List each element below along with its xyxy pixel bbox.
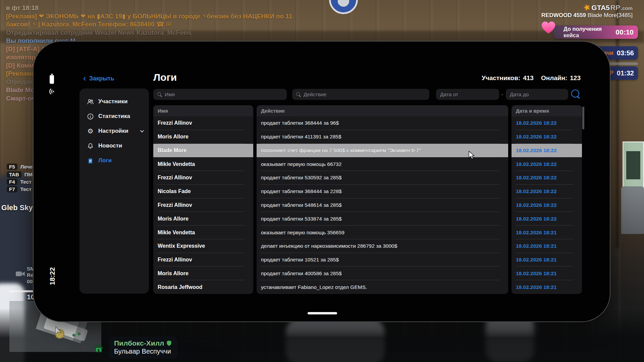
keybind-hint: TAB ПМП [7,171,36,178]
table-cell-date[interactable]: 18.02.2026 18:21 [512,266,582,280]
date-from-input[interactable] [440,92,495,98]
table-cell-date[interactable]: 18.02.2026 18:22 [512,144,582,158]
table-cell-action[interactable]: продает таблетки 368444 за 228$ [257,185,508,198]
members-value: 413 [523,74,534,82]
table-cell-date[interactable]: 18.02.2026 18:21 [512,280,582,294]
district-name: Пилбокс-Хилл [114,339,164,347]
table-cell-action[interactable]: устанавливает Fabiano_Lopez отдел GEMS. [257,280,508,294]
chevron-down-icon [140,129,144,132]
key-badge: TAB [7,171,21,178]
table-cell-name[interactable]: Mikle Vendetta [153,226,253,239]
server-name: REDWOOD 4559 [541,12,586,18]
sidebar-item-label: Новости [98,142,122,149]
table-column-date: Дата и время 18.02.2026 18:22 18.02.2026… [512,105,582,294]
sidebar-item-statistics[interactable]: Статистика [79,109,149,124]
keybind-hint: F5 Лечен [7,164,36,170]
logo-brand-rest: RP [610,4,620,12]
chat-line: [Реклама] ❤ ЭКОНОМЬ ❤ на ▮АЗС 19▮ у БОЛЬ… [6,12,274,21]
members-label: Участников: [482,74,520,82]
keybind-hint: F7 Тест н [7,186,36,192]
table-cell-name[interactable]: Mikle Vendetta [153,157,253,171]
chevron-left-icon [83,77,87,80]
health-bar [9,290,34,292]
table-cell-action[interactable]: продает таблетки 400586 за 285$ [257,266,508,280]
table-cell-action[interactable]: делает инъекцию от наркозависимости 2867… [257,239,508,253]
logo-brand-tld: .com [621,5,633,11]
table-cell-name[interactable]: Blade More [153,144,253,158]
close-button[interactable]: Закрыть [84,75,114,82]
table-cell-name[interactable]: Moris Allore [153,212,253,226]
table-cell-action[interactable]: продает таблетки 10521 за 285$ [257,253,508,267]
table-cell-name[interactable]: Nicolas Fade [153,185,253,198]
chat-line: в фт 18:18 [6,4,274,12]
table-cell-date[interactable]: 18.02.2026 18:21 [512,253,582,267]
chat-line: Отредактировал сотрудник Weazel News Kaz… [6,29,274,37]
online-label: Онлайн: [541,74,567,82]
poster-figure [626,151,640,179]
chat-line: баксов! ⚡ | Kazutora_McFeen Телефон: 863… [6,20,274,29]
sidebar-item-members[interactable]: Участники [79,94,149,109]
street-name: Бульвар Веспуччи [114,348,172,355]
table-cell-name[interactable]: Frezzi Allinov [153,198,253,212]
luck-timer-value: 03:56 [617,49,634,57]
date-to-input[interactable] [510,92,564,98]
minimap-green-dot [72,334,75,337]
house-icon [94,344,103,353]
column-header: Дата и время [512,105,582,116]
table-cell-name[interactable]: Moris Allore [153,266,253,280]
table-cell-action[interactable]: продает таблетки 530592 за 285$ [257,171,508,185]
table-cell-action[interactable]: продает таблетки 533874 за 285$ [257,212,508,226]
minimap-green-dot [78,333,80,335]
online-value: 123 [570,74,581,82]
table-cell-name[interactable]: Rosaria Jeffwood [153,280,253,294]
table-cell-action[interactable]: продает таблетки 548614 за 285$ [257,198,508,212]
table-cell-date[interactable]: 18.02.2026 18:22 [512,157,582,171]
page-title: Логи [153,72,177,83]
search-button[interactable] [571,89,582,100]
date-from-filter [436,89,499,100]
table-cell-date[interactable]: 18.02.2026 18:22 [512,171,582,185]
shield-icon [166,340,172,346]
table-cell-name[interactable]: Frezzi Allinov [153,171,253,185]
sidebar-item-label: Логи [98,157,112,164]
date-to-filter [506,89,568,100]
sidebar-item-label: Участники [98,98,127,105]
table-cell-action[interactable]: оказывает первую помощь 356659 [257,226,508,239]
player-name: Blade More[3485] [588,12,633,18]
sidebar-item-logs[interactable]: Логи [79,153,149,168]
location-label: Пилбокс-Хилл Бульвар Веспуччи [109,337,177,359]
camera-icon [15,270,25,278]
search-icon [296,92,301,97]
name-filter [153,89,287,100]
table-scrollbar[interactable] [582,107,584,129]
table-cell-name[interactable]: Moris Allore [153,130,253,144]
table-cell-date[interactable]: 18.02.2026 18:22 [512,212,582,226]
table-cell-date[interactable]: 18.02.2026 18:22 [512,185,582,198]
game-screen: в фт 18:18 [Реклама] ❤ ЭКОНОМЬ ❤ на ▮АЗС… [0,0,644,362]
table-cell-date[interactable]: 18.02.2026 18:21 [512,239,582,253]
rp-timer-value: 01:32 [617,69,634,77]
table-cell-action[interactable]: продает таблетки 368444 за 96$ [257,116,508,130]
name-filter-input[interactable] [165,92,283,98]
keybind-hint: F4 Тест н [7,179,36,185]
sidebar-item-settings[interactable]: ⚙ Настройки [79,124,149,138]
column-header: Действие [257,105,508,116]
table-column-name: Имя Frezzi Allinov Moris Allore Blade Mo… [153,105,253,294]
sidebar-item-label: Настройки [98,128,128,134]
search-icon [157,92,162,97]
gear-icon: ⚙ [87,128,94,135]
case-timer-label: До получения кейса [564,26,612,39]
table-cell-date[interactable]: 18.02.2026 18:22 [512,130,582,144]
table-cell-action[interactable]: продает таблетки 411391 за 285$ [257,130,508,144]
table-cell-date[interactable]: 18.02.2026 18:21 [512,226,582,239]
tablet-handle-bar[interactable] [308,312,337,314]
action-filter-input[interactable] [304,92,425,98]
table-cell-name[interactable]: Frezzi Allinov [153,116,253,130]
table-cell-name[interactable]: Frezzi Allinov [153,253,253,267]
sidebar-item-news[interactable]: Новости [79,138,149,153]
wall-poster [623,141,644,189]
table-cell-name[interactable]: Wentix Expressive [153,239,253,253]
table-cell-date[interactable]: 18.02.2026 18:22 [512,116,582,130]
date-range-separator: - [500,89,504,100]
table-cell-date[interactable]: 18.02.2026 18:22 [512,198,582,212]
